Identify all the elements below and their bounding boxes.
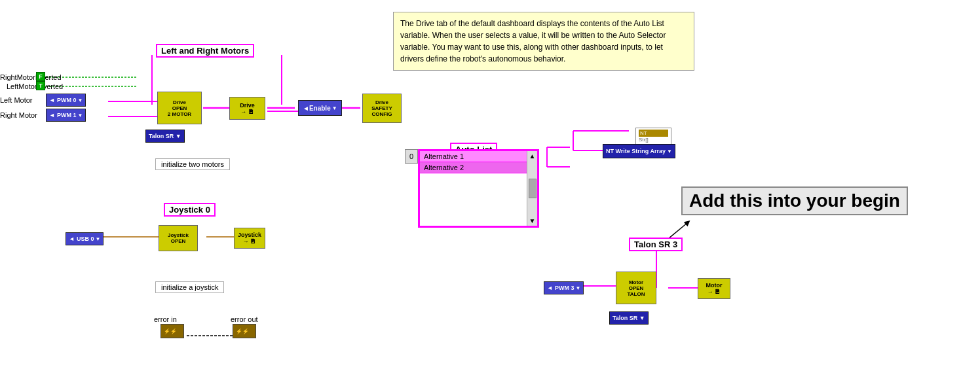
left-motor-label: Left Motor — [0, 96, 33, 104]
error-in-block: ⚡⚡ — [160, 324, 184, 338]
error-in-label: error in — [154, 315, 177, 323]
number-input[interactable]: 0 — [405, 149, 418, 164]
alt2-item[interactable]: Alternative 2 — [420, 162, 537, 173]
error-out-block: ⚡⚡ — [233, 324, 256, 338]
auto-list-box: Alternative 1 Alternative 2 ▲ ▼ — [418, 149, 539, 228]
right-motor-label: Right Motor — [0, 111, 37, 119]
init-joystick-label: initialize a joystick — [155, 281, 224, 293]
left-motor-inverted-indicator: T — [36, 81, 45, 90]
main-canvas: The Drive tab of the default dashboard d… — [0, 0, 980, 371]
list-empty-space — [420, 173, 537, 213]
motor-arrow-block[interactable]: Motor → 🖹 — [698, 278, 730, 299]
init-two-motors-label: initialize two motors — [155, 158, 230, 170]
drive-safety-config-block[interactable]: Drive SAFETY CONFIG — [362, 94, 402, 123]
pwm3-block[interactable]: ◄ PWM 3 ▼ — [544, 281, 584, 294]
error-out-label: error out — [231, 315, 258, 323]
joystick0-label: Joystick 0 — [164, 203, 216, 217]
talon-sr-dropdown[interactable]: Talon SR ▼ — [145, 130, 185, 143]
usb0-block[interactable]: ◄ USB 0 ▼ — [66, 232, 104, 245]
joystick-open-block[interactable]: Joystick OPEN — [159, 225, 198, 251]
talon-sr-3-label: Talon SR 3 — [629, 238, 683, 251]
info-box-text: The Drive tab of the default dashboard d… — [400, 19, 666, 63]
enable-block[interactable]: ◄ Enable ▼ — [298, 100, 342, 116]
right-motor-inverted-indicator: F — [36, 72, 45, 81]
nt-write-string-array-block[interactable]: NT Write String Array ▼ — [603, 144, 675, 158]
left-right-motors-label: Left and Right Motors — [156, 44, 254, 58]
alt1-item[interactable]: Alternative 1 — [420, 151, 537, 162]
list-scrollbar[interactable]: ▲ ▼ — [527, 151, 537, 226]
right-motor-inverted-label: RightMotorInverted — [0, 73, 62, 81]
drive-arrow-block[interactable]: Drive → 🖹 — [229, 97, 265, 120]
pwm0-block[interactable]: ◄ PWM 0 ▼ — [46, 94, 86, 107]
motor-open-talon-block[interactable]: Motor OPEN TALON — [616, 272, 656, 304]
pwm1-block[interactable]: ◄ PWM 1 ▼ — [46, 109, 86, 122]
drive-open-2motor-block[interactable]: Drive OPEN 2 MOTOR — [157, 92, 202, 124]
add-to-begin-label: Add this into your begin — [681, 186, 908, 215]
info-box: The Drive tab of the default dashboard d… — [393, 12, 694, 71]
talon-sr-bottom-dropdown[interactable]: Talon SR ▼ — [609, 311, 649, 325]
scroll-thumb[interactable] — [529, 179, 537, 198]
left-motor-inverted-label: LeftMotorInverted — [7, 82, 63, 90]
joystick-arrow-block[interactable]: Joystick → 🖹 — [234, 228, 265, 249]
